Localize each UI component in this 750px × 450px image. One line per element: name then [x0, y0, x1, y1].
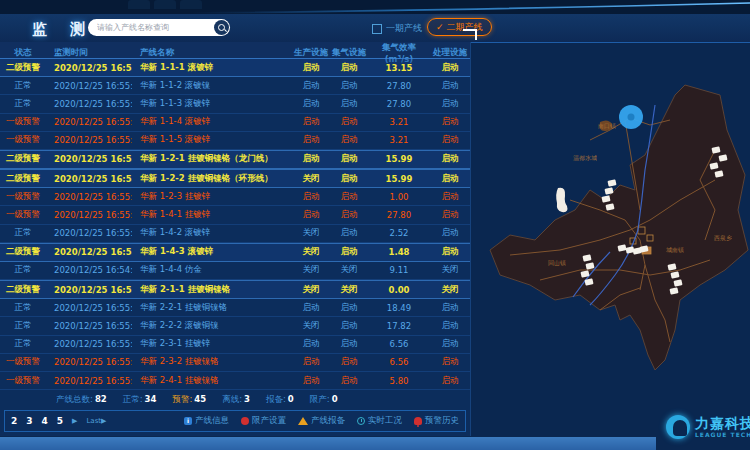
cell-time: 2020/12/25 16:55:24	[46, 135, 132, 145]
cell-eff: 5.80	[368, 376, 430, 386]
phase1-checkbox[interactable]: 一期产线	[372, 22, 422, 35]
toolbar-button-stop[interactable]: 限产设置	[241, 415, 286, 427]
table-row[interactable]: 正常2020/12/25 16:55:04华新 2-2-2 滚镀铜镍关闭启动17…	[0, 317, 470, 335]
cell-time: 2020/12/25 16:55:04	[46, 247, 132, 257]
cell-status: 正常	[0, 264, 46, 276]
toolbar-button-bell[interactable]: 预警历史	[414, 415, 459, 427]
cell-time: 2020/12/25 16:54:44	[46, 265, 132, 275]
table-row[interactable]: 二级预警2020/12/25 16:55:04华新 1-2-1 挂镀铜镍铬（龙门…	[0, 150, 470, 169]
cell-prod: 启动	[292, 80, 330, 92]
cell-prod: 启动	[292, 356, 330, 368]
brand-logo: 力嘉科技 LEAGUE TECH	[666, 408, 750, 446]
map-place-label: 城南镇	[666, 246, 684, 253]
cell-treat: 启动	[430, 320, 470, 332]
table-row[interactable]: 二级预警2020/12/25 16:55:24华新 1-1-1 滚镀锌启动启动1…	[0, 58, 470, 77]
top-strip	[0, 0, 750, 14]
cell-gas: 启动	[330, 338, 368, 350]
corner-bracket-decoration	[463, 29, 477, 40]
cell-eff: 6.56	[368, 357, 430, 367]
page-button[interactable]: 4	[42, 416, 48, 426]
table-row[interactable]: 正常2020/12/25 16:54:44华新 1-4-4 仿金关闭关闭9.11…	[0, 262, 470, 280]
toolbar-button-tri[interactable]: 产线报备	[298, 415, 345, 427]
table-row[interactable]: 一级预警2020/12/25 16:55:24华新 1-4-1 挂镀锌启动启动2…	[0, 206, 470, 224]
table-row[interactable]: 二级预警2020/12/25 16:55:04华新 1-4-3 滚镀锌关闭启动1…	[0, 243, 470, 262]
table-row[interactable]: 一级预警2020/12/25 16:55:24华新 2-3-2 挂镀镍铬启动启动…	[0, 354, 470, 372]
table-header: 状态 监测时间 产线名称 生产设施 集气设施 集气效率(m³/s) 处理设施	[0, 42, 470, 59]
cell-prod: 启动	[292, 116, 330, 128]
cell-gas: 关闭	[330, 264, 368, 276]
district-map[interactable]: 南口镇温都水城回山镇城南镇西泉乡	[470, 42, 750, 450]
table-row[interactable]: 二级预警2020/12/25 16:55:24华新 2-1-1 挂镀铜镍铬关闭关…	[0, 280, 470, 299]
table-row[interactable]: 正常2020/12/25 16:55:04华新 2-2-1 挂镀铜镍铬启动启动1…	[0, 299, 470, 317]
cell-treat: 启动	[430, 134, 470, 146]
table-row[interactable]: 一级预警2020/12/25 16:55:24华新 1-2-3 挂镀锌启动启动1…	[0, 188, 470, 206]
cell-time: 2020/12/25 16:55:24	[46, 192, 132, 202]
table-row[interactable]: 一级预警2020/12/25 16:55:24华新 1-1-4 滚镀锌启动启动3…	[0, 114, 470, 132]
table-row[interactable]: 正常2020/12/25 16:55:24华新 1-4-2 滚镀锌关闭启动2.5…	[0, 225, 470, 243]
page-button[interactable]: 3	[26, 416, 32, 426]
cell-treat: 启动	[430, 173, 470, 185]
cell-gas: 启动	[330, 98, 368, 110]
table-row[interactable]: 一级预警2020/12/25 16:55:24华新 2-4-1 挂镀镍铬启动启动…	[0, 372, 470, 390]
toolbar-button-label: 限产设置	[252, 415, 286, 427]
cell-time: 2020/12/25 16:55:24	[46, 117, 132, 127]
cell-prod: 启动	[292, 98, 330, 110]
summary-bar: 产线总数:82正常:34预警:45离线:3报备:0限产:0	[0, 390, 470, 410]
cell-eff: 0.00	[368, 285, 430, 295]
cell-prod: 启动	[292, 375, 330, 387]
search-box[interactable]	[88, 19, 230, 36]
summary-item: 正常:34	[123, 394, 157, 406]
cell-treat: 启动	[430, 227, 470, 239]
table-row[interactable]: 正常2020/12/25 16:55:24华新 1-1-2 滚镀镍启动启动27.…	[0, 77, 470, 95]
cell-gas: 启动	[330, 134, 368, 146]
search-input[interactable]	[88, 23, 214, 32]
cell-status: 二级预警	[0, 246, 46, 258]
cell-status: 二级预警	[0, 173, 46, 185]
toolbar-button-info[interactable]: i产线信息	[184, 415, 229, 427]
table-row[interactable]: 正常2020/12/25 16:55:24华新 1-1-3 滚镀锌启动启动27.…	[0, 95, 470, 113]
last-page-button[interactable]: Last▶	[86, 417, 106, 425]
stop-icon	[241, 417, 249, 425]
cell-eff: 2.52	[368, 228, 430, 238]
phase2-button[interactable]: ✓ 二期产线	[427, 18, 492, 36]
cell-time: 2020/12/25 16:55:24	[46, 99, 132, 109]
table-row[interactable]: 二级预警2020/12/25 16:55:24华新 1-2-2 挂镀铜镍铬（环形…	[0, 169, 470, 188]
cell-eff: 27.80	[368, 210, 430, 220]
cell-treat: 启动	[430, 375, 470, 387]
table-row[interactable]: 正常2020/12/25 16:55:24华新 2-3-1 挂镀锌启动启动6.5…	[0, 336, 470, 354]
cell-status: 一级预警	[0, 191, 46, 203]
summary-item: 报备:0	[266, 394, 294, 406]
cell-time: 2020/12/25 16:55:24	[46, 210, 132, 220]
cell-gas: 启动	[330, 62, 368, 74]
cell-status: 二级预警	[0, 62, 46, 74]
page-button[interactable]: 2	[11, 416, 17, 426]
checkbox-icon[interactable]	[372, 24, 382, 34]
cell-treat: 启动	[430, 62, 470, 74]
page-button[interactable]: 5	[57, 416, 63, 426]
monitoring-dashboard: 监 测 一期产线 ✓ 二期产线 状态 监测时间 产线名称 生产设施 集气设施 集…	[0, 0, 750, 450]
site-marker[interactable]	[607, 179, 616, 187]
logo-icon	[666, 415, 690, 439]
cell-status: 正常	[0, 302, 46, 314]
cell-eff: 18.49	[368, 303, 430, 313]
cell-name: 华新 1-2-3 挂镀锌	[132, 191, 292, 203]
toolbar-button-clock[interactable]: 实时工况	[357, 415, 402, 427]
cell-eff: 15.99	[368, 154, 430, 164]
cell-status: 一级预警	[0, 134, 46, 146]
cell-prod: 启动	[292, 134, 330, 146]
next-page-button[interactable]: ▶	[72, 417, 77, 425]
cell-treat: 启动	[430, 356, 470, 368]
cell-eff: 13.15	[368, 63, 430, 73]
cell-eff: 27.80	[368, 99, 430, 109]
cell-prod: 关闭	[292, 246, 330, 258]
table-row[interactable]: 一级预警2020/12/25 16:55:24华新 1-1-5 滚镀锌启动启动3…	[0, 132, 470, 150]
cell-time: 2020/12/25 16:55:24	[46, 285, 132, 295]
cell-status: 一级预警	[0, 116, 46, 128]
search-button[interactable]	[214, 20, 229, 35]
cell-treat: 关闭	[430, 284, 470, 296]
cell-prod: 启动	[292, 62, 330, 74]
cell-gas: 启动	[330, 246, 368, 258]
cell-time: 2020/12/25 16:55:24	[46, 357, 132, 367]
cell-prod: 关闭	[292, 227, 330, 239]
summary-item: 限产:0	[310, 394, 338, 406]
